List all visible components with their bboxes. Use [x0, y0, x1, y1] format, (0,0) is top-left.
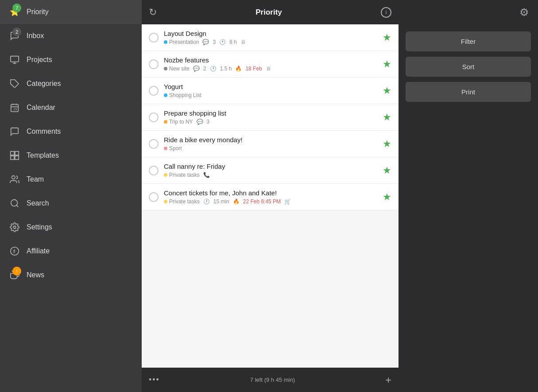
task-project: Shopping List	[164, 92, 201, 98]
svg-rect-12	[15, 156, 19, 159]
task-checkbox[interactable]	[149, 192, 159, 202]
svg-rect-11	[11, 156, 14, 159]
sidebar-item-inbox[interactable]: 2 Inbox	[0, 24, 142, 48]
team-icon	[9, 174, 20, 185]
task-checkbox[interactable]	[149, 166, 159, 175]
inbox-badge: 2	[12, 27, 21, 36]
search-icon	[9, 198, 20, 209]
clock-icon: 🕐	[203, 198, 210, 205]
svg-point-16	[13, 226, 16, 229]
task-meta: Private tasks 🕐 15 min 🔥 22 Feb 8:45 PM …	[164, 198, 377, 205]
clock-icon: 🕐	[219, 39, 226, 45]
sidebar-item-templates[interactable]: Templates	[0, 144, 142, 167]
projects-icon	[9, 54, 20, 66]
table-row[interactable]: Yogurt Shopping List ★	[142, 78, 399, 104]
svg-text:$: $	[13, 249, 15, 254]
svg-rect-9	[11, 151, 14, 155]
project-color-dot	[164, 67, 167, 70]
fire-icon: 🔥	[233, 198, 240, 205]
star-icon[interactable]: ★	[383, 138, 391, 150]
sidebar: 7 ⭐ Priority 2 Inbox Projects Categories	[0, 0, 142, 392]
table-row[interactable]: Nozbe features New site 💬 2 🕐 1.5 h 🔥 18…	[142, 51, 399, 78]
time-value: 8 h	[229, 39, 237, 45]
sidebar-item-projects[interactable]: Projects	[0, 48, 142, 72]
info-icon[interactable]: i	[381, 7, 391, 18]
star-icon[interactable]: ★	[383, 191, 391, 203]
sidebar-item-affiliate[interactable]: $ Affiliate	[0, 239, 142, 263]
star-icon[interactable]: ★	[383, 58, 391, 70]
refresh-icon[interactable]: ↻	[149, 7, 157, 18]
task-content: Call nanny re: Friday Private tasks 📞	[164, 163, 377, 178]
star-icon[interactable]: ★	[383, 165, 391, 176]
sidebar-item-news[interactable]: ! News	[0, 263, 142, 287]
project-color-dot	[164, 120, 167, 124]
svg-rect-10	[15, 151, 19, 155]
table-row[interactable]: Layout Design Presentation 💬 3 🕐 8 h 🖥 ★	[142, 24, 399, 51]
task-checkbox[interactable]	[149, 59, 159, 69]
task-meta: New site 💬 2 🕐 1.5 h 🔥 18 Feb 🖥	[164, 66, 377, 72]
project-name: Sport	[169, 145, 182, 151]
task-meta: Private tasks 📞	[164, 172, 377, 178]
print-button[interactable]: Print	[406, 82, 531, 102]
svg-text:29: 29	[13, 107, 17, 111]
screen-icon: 🖥	[266, 66, 271, 72]
sidebar-item-label: Calendar	[27, 104, 55, 112]
sidebar-item-settings[interactable]: Settings	[0, 215, 142, 239]
more-options[interactable]: •••	[149, 375, 160, 384]
time-value: 15 min	[213, 198, 229, 205]
task-meta: Sport	[164, 145, 377, 151]
add-task-button[interactable]: +	[385, 374, 391, 386]
main-panel: ↻ Priority i Layout Design Presentation …	[142, 0, 399, 392]
task-checkbox[interactable]	[149, 86, 159, 96]
sidebar-item-team[interactable]: Team	[0, 167, 142, 191]
project-color-dot	[164, 200, 167, 203]
comment-count: 2	[203, 66, 206, 72]
calendar-icon: 29	[9, 102, 20, 113]
sidebar-item-priority[interactable]: 7 ⭐ Priority	[0, 0, 142, 24]
sidebar-item-label: Team	[27, 175, 44, 183]
task-content: Prepare shopping list Trip to NY 💬 3	[164, 109, 377, 125]
star-icon[interactable]: ★	[383, 85, 391, 97]
star-icon[interactable]: ★	[383, 32, 391, 43]
comment-count: 3	[213, 39, 216, 45]
task-checkbox[interactable]	[149, 113, 159, 122]
table-row[interactable]: Concert tickets for me, John and Kate! P…	[142, 184, 399, 210]
gear-icon[interactable]: ⚙	[519, 6, 529, 19]
svg-rect-0	[11, 56, 19, 62]
table-row[interactable]: Ride a bike every monday! Sport ★	[142, 131, 399, 157]
sidebar-item-search[interactable]: Search	[0, 191, 142, 215]
comment-count: 3	[207, 119, 210, 125]
task-meta: Presentation 💬 3 🕐 8 h 🖥	[164, 39, 377, 45]
project-name: New site	[169, 66, 190, 72]
right-panel: ⚙ Filter Sort Print	[399, 0, 538, 392]
sidebar-item-label: Templates	[27, 151, 59, 159]
task-project: Private tasks	[164, 198, 200, 205]
comment-icon: 💬	[193, 66, 200, 72]
sidebar-item-label: Comments	[27, 128, 61, 136]
task-title: Call nanny re: Friday	[164, 163, 377, 170]
task-checkbox[interactable]	[149, 139, 159, 149]
project-color-dot	[164, 173, 167, 177]
phone-icon: 📞	[203, 172, 210, 178]
due-date: 18 Feb	[245, 66, 262, 72]
task-project: Trip to NY	[164, 119, 193, 125]
sidebar-item-label: Settings	[27, 223, 52, 231]
sidebar-item-comments[interactable]: Comments	[0, 120, 142, 144]
comment-icon: 💬	[202, 39, 209, 45]
task-checkbox[interactable]	[149, 33, 159, 43]
task-content: Layout Design Presentation 💬 3 🕐 8 h 🖥	[164, 30, 377, 45]
sort-button[interactable]: Sort	[406, 57, 531, 77]
sidebar-item-label: Priority	[27, 8, 49, 16]
filter-button[interactable]: Filter	[406, 31, 531, 51]
sidebar-item-label: Projects	[27, 56, 52, 64]
table-row[interactable]: Prepare shopping list Trip to NY 💬 3 ★	[142, 104, 399, 131]
task-content: Nozbe features New site 💬 2 🕐 1.5 h 🔥 18…	[164, 56, 377, 72]
table-row[interactable]: Call nanny re: Friday Private tasks 📞 ★	[142, 157, 399, 184]
star-icon[interactable]: ★	[383, 112, 391, 123]
sidebar-item-calendar[interactable]: 29 Calendar	[0, 96, 142, 120]
clock-icon: 🕐	[210, 66, 217, 72]
settings-icon	[9, 221, 20, 233]
sidebar-item-label: Categories	[27, 80, 61, 88]
project-name: Shopping List	[169, 92, 201, 98]
sidebar-item-categories[interactable]: Categories	[0, 72, 142, 96]
